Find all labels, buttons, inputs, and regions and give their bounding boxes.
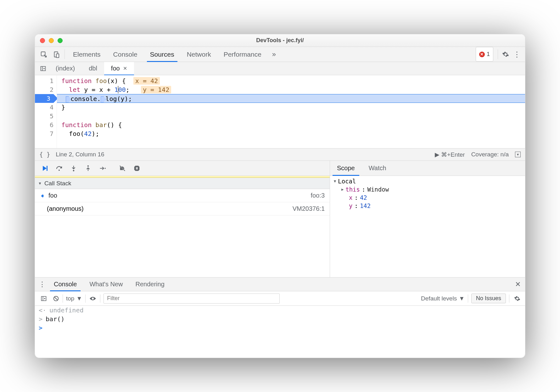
console-row: <·undefined bbox=[35, 306, 525, 315]
tab-watch[interactable]: Watch bbox=[362, 161, 393, 176]
drawer-menu-icon[interactable]: ⋮ bbox=[37, 277, 48, 291]
drawer-tab-console[interactable]: Console bbox=[48, 277, 83, 291]
resume-button[interactable] bbox=[38, 163, 51, 174]
maximize-window-button[interactable] bbox=[58, 38, 63, 43]
kebab-menu-icon[interactable]: ⋮ bbox=[511, 47, 523, 62]
run-snippet-hint[interactable]: ▶ ⌘+Enter bbox=[435, 151, 465, 158]
call-stack-frame[interactable]: (anonymous) VM20376:1 bbox=[35, 202, 330, 216]
code-content[interactable]: function foo(x) { x = 42 let y = x + 100… bbox=[57, 75, 525, 148]
line-number[interactable]: 5 bbox=[35, 112, 53, 120]
console-row: >bar() bbox=[35, 315, 525, 323]
breakpoint-marker[interactable]: 3 bbox=[35, 94, 53, 103]
step-over-button[interactable] bbox=[53, 163, 66, 174]
pause-on-exceptions-button[interactable] bbox=[130, 163, 143, 174]
scope-watch-tabs: Scope Watch bbox=[330, 161, 525, 176]
debugger-right-panel: Scope Watch ▼Local ▶this: Window x: 42 y… bbox=[330, 161, 525, 277]
line-number[interactable]: 2 bbox=[35, 85, 53, 94]
scope-section[interactable]: ▼Local bbox=[330, 177, 525, 185]
result-icon: <· bbox=[39, 306, 46, 314]
inspect-element-icon[interactable] bbox=[37, 47, 50, 62]
svg-rect-2 bbox=[56, 54, 59, 58]
debugger-panel: ▼ Call Stack ➧ foo foo:3 (anonymous) VM2… bbox=[35, 161, 525, 277]
line-number[interactable]: 6 bbox=[35, 120, 53, 129]
input-icon: > bbox=[39, 315, 42, 323]
console-settings-icon[interactable] bbox=[512, 295, 522, 302]
svg-point-8 bbox=[104, 168, 106, 169]
scope-entry[interactable]: ▶this: Window bbox=[330, 185, 525, 193]
debugger-left-panel: ▼ Call Stack ➧ foo foo:3 (anonymous) VM2… bbox=[35, 161, 330, 277]
drawer-tab-rendering[interactable]: Rendering bbox=[129, 277, 171, 291]
error-icon: ✕ bbox=[479, 52, 485, 57]
close-drawer-icon[interactable]: ✕ bbox=[512, 277, 523, 291]
tab-network[interactable]: Network bbox=[181, 47, 217, 62]
main-tab-strip: Elements Console Sources Network Perform… bbox=[35, 47, 525, 62]
svg-rect-9 bbox=[136, 167, 137, 169]
console-toolbar: top▼ Default levels▼ No Issues bbox=[35, 291, 525, 306]
svg-rect-10 bbox=[137, 167, 137, 169]
deactivate-breakpoints-button[interactable] bbox=[116, 163, 129, 174]
window-title: DevTools - jec.fyi/ bbox=[35, 37, 525, 44]
inline-value-hint: y = 142 bbox=[141, 86, 171, 93]
coverage-status[interactable]: Coverage: n/a bbox=[471, 151, 509, 158]
device-toolbar-icon[interactable] bbox=[50, 47, 63, 62]
code-editor[interactable]: 1 2 3 4 5 6 7 function foo(x) { x = 42 l… bbox=[35, 75, 525, 148]
collapse-icon: ▼ bbox=[38, 181, 42, 186]
console-prompt[interactable]: > bbox=[35, 323, 525, 332]
current-frame-icon: ➧ bbox=[40, 192, 45, 199]
error-count-badge[interactable]: ✕ 1 bbox=[476, 47, 493, 62]
execution-line: console.log(y); bbox=[57, 94, 525, 103]
line-number[interactable]: 7 bbox=[35, 129, 53, 138]
tab-sources[interactable]: Sources bbox=[144, 47, 181, 62]
devtools-window: DevTools - jec.fyi/ Elements Console Sou… bbox=[35, 34, 525, 358]
tab-elements[interactable]: Elements bbox=[67, 47, 107, 62]
line-gutter[interactable]: 1 2 3 4 5 6 7 bbox=[35, 75, 57, 148]
file-tab-index[interactable]: (index) bbox=[49, 62, 82, 75]
svg-point-6 bbox=[73, 170, 75, 171]
close-tab-icon[interactable]: ✕ bbox=[123, 65, 127, 71]
drawer-panel: ⋮ Console What's New Rendering ✕ top▼ bbox=[35, 277, 525, 358]
call-stack-header[interactable]: ▼ Call Stack bbox=[35, 178, 330, 189]
debugger-toolbar bbox=[35, 161, 330, 176]
line-number[interactable]: 4 bbox=[35, 103, 53, 112]
execution-context-selector[interactable]: top▼ bbox=[66, 295, 82, 302]
log-levels-selector[interactable]: Default levels▼ bbox=[421, 295, 465, 302]
settings-icon[interactable] bbox=[500, 47, 511, 62]
cursor-position: Line 2, Column 16 bbox=[56, 151, 104, 158]
tab-performance[interactable]: Performance bbox=[217, 47, 268, 62]
svg-rect-4 bbox=[47, 166, 48, 171]
prompt-icon: > bbox=[39, 324, 42, 332]
tab-scope[interactable]: Scope bbox=[330, 161, 362, 176]
titlebar: DevTools - jec.fyi/ bbox=[35, 34, 525, 47]
issues-button[interactable]: No Issues bbox=[471, 294, 506, 303]
console-sidebar-icon[interactable] bbox=[38, 295, 49, 302]
expand-panel-icon[interactable]: ▾ bbox=[515, 152, 521, 157]
editor-statusbar: { } Line 2, Column 16 ▶ ⌘+Enter Coverage… bbox=[35, 148, 525, 161]
minimize-window-button[interactable] bbox=[49, 38, 54, 43]
traffic-lights bbox=[40, 38, 63, 43]
call-stack-frame[interactable]: ➧ foo foo:3 bbox=[35, 189, 330, 202]
line-number[interactable]: 1 bbox=[35, 76, 53, 85]
scope-tree[interactable]: ▼Local ▶this: Window x: 42 y: 142 bbox=[330, 176, 525, 277]
scope-entry[interactable]: x: 42 bbox=[330, 193, 525, 202]
show-navigator-icon[interactable] bbox=[37, 65, 49, 72]
clear-console-icon[interactable] bbox=[53, 295, 59, 302]
scope-entry[interactable]: y: 142 bbox=[330, 202, 525, 210]
more-tabs-icon[interactable]: » bbox=[268, 47, 280, 62]
file-tab-foo[interactable]: foo ✕ bbox=[104, 62, 134, 75]
svg-point-5 bbox=[59, 170, 60, 171]
close-window-button[interactable] bbox=[40, 38, 45, 43]
step-out-button[interactable] bbox=[81, 163, 95, 174]
step-button[interactable] bbox=[96, 163, 109, 174]
step-into-button[interactable] bbox=[67, 163, 80, 174]
tab-console[interactable]: Console bbox=[107, 47, 144, 62]
file-tab-dbl[interactable]: dbl bbox=[82, 62, 104, 75]
pretty-print-icon[interactable]: { } bbox=[39, 151, 50, 158]
console-filter-input[interactable] bbox=[104, 294, 280, 304]
drawer-tab-strip: ⋮ Console What's New Rendering ✕ bbox=[35, 277, 525, 291]
live-expression-icon[interactable] bbox=[89, 295, 97, 302]
inline-value-hint: x = 42 bbox=[133, 77, 160, 85]
drawer-tab-whatsnew[interactable]: What's New bbox=[83, 277, 129, 291]
svg-point-7 bbox=[87, 165, 89, 167]
console-output[interactable]: <·undefined >bar() > bbox=[35, 306, 525, 358]
file-tab-strip: (index) dbl foo ✕ bbox=[35, 62, 525, 75]
